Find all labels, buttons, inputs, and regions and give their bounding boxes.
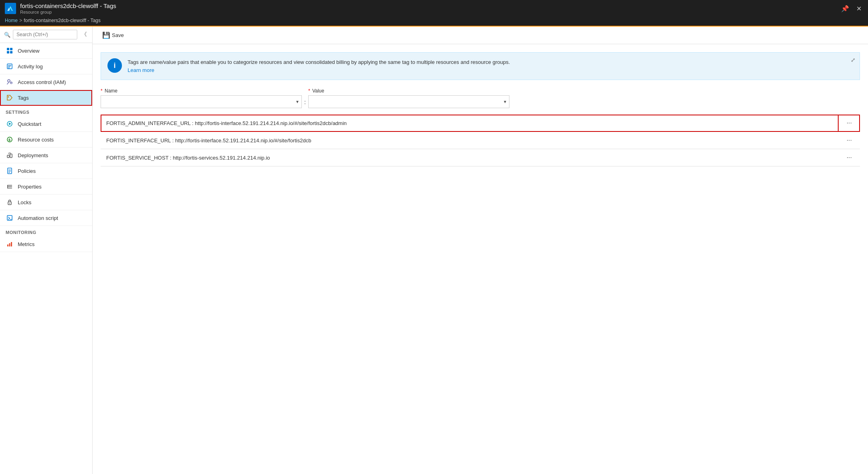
breadcrumb-current: fortis-containers2dcb-clewolff - Tags (24, 18, 101, 23)
info-banner-text: Tags are name/value pairs that enable yo… (128, 59, 510, 65)
main-content: 💾 Save i Tags are name/value pairs that … (93, 27, 868, 474)
tags-table: FORTIS_ADMIN_INTERFACE_URL : http://fort… (101, 115, 860, 166)
automation-icon (6, 214, 14, 222)
tag-key-cell: FORTIS_SERVICE_HOST : http://fortis-serv… (101, 149, 839, 166)
sidebar-item-label: Activity log (18, 64, 43, 70)
breadcrumb-home[interactable]: Home (5, 18, 18, 23)
sidebar-item-label: Properties (18, 184, 41, 190)
sidebar-item-metrics[interactable]: Metrics (0, 236, 92, 252)
tag-key: FORTIS_SERVICE_HOST : http://fortis-serv… (106, 155, 270, 161)
svg-rect-0 (5, 3, 16, 14)
sidebar-item-properties[interactable]: Properties (0, 179, 92, 195)
sidebar-nav: Overview Activity log (0, 43, 92, 474)
policies-icon (6, 167, 14, 175)
tag-row-actions-button[interactable]: ··· (844, 119, 854, 127)
save-button[interactable]: 💾 Save (99, 30, 127, 41)
sidebar-item-policies[interactable]: Policies (0, 163, 92, 179)
svg-rect-20 (10, 154, 12, 158)
svg-rect-9 (8, 66, 10, 67)
close-button[interactable]: ✕ (855, 3, 863, 14)
svg-point-11 (8, 80, 10, 82)
tag-actions-cell: ··· (839, 132, 860, 149)
top-bar: fortis-containers2dcb-clewolff - Tags Re… (0, 0, 868, 17)
sidebar-item-locks[interactable]: Locks (0, 195, 92, 210)
metrics-icon (6, 240, 14, 248)
svg-rect-29 (7, 185, 8, 189)
sidebar-item-activity-log[interactable]: Activity log (0, 59, 92, 74)
tag-key-cell: FORTIS_INTERFACE_URL : http://fortis-int… (101, 132, 839, 149)
activity-log-icon (6, 62, 14, 70)
name-select[interactable] (101, 95, 302, 108)
sidebar-item-resource-costs[interactable]: $ Resource costs (0, 132, 92, 148)
svg-rect-35 (9, 243, 10, 246)
svg-point-14 (8, 96, 9, 98)
tag-actions-cell: ··· (839, 115, 860, 132)
table-row: FORTIS_ADMIN_INTERFACE_URL : http://fort… (101, 115, 860, 132)
name-select-wrapper: ▾ (101, 95, 302, 108)
save-icon: 💾 (102, 31, 110, 39)
pin-button[interactable]: 📌 (839, 3, 851, 14)
value-select[interactable] (308, 95, 509, 108)
sidebar-item-label: Quickstart (18, 121, 41, 127)
properties-icon (6, 183, 14, 191)
sidebar-item-label: Access control (IAM) (18, 79, 66, 85)
sidebar: 🔍 《 Overview (0, 27, 93, 474)
learn-more-link[interactable]: Learn more (128, 67, 154, 73)
collapse-sidebar-button[interactable]: 《 (80, 30, 89, 39)
svg-marker-16 (9, 123, 11, 125)
search-icon: 🔍 (4, 32, 10, 38)
sidebar-item-label: Overview (18, 48, 39, 54)
content-area: i Tags are name/value pairs that enable … (93, 44, 868, 474)
sidebar-item-tags[interactable]: Tags (0, 90, 92, 106)
svg-rect-27 (7, 187, 12, 187)
value-select-wrapper: ▾ (308, 95, 509, 108)
svg-rect-23 (8, 170, 11, 170)
svg-rect-13 (11, 83, 12, 84)
layout: 🔍 《 Overview (0, 27, 868, 474)
value-label: * Value (308, 88, 509, 94)
svg-rect-25 (8, 172, 10, 172)
info-icon: i (107, 58, 122, 73)
tag-key: FORTIS_ADMIN_INTERFACE_URL : http://fort… (106, 120, 347, 126)
top-bar-actions: 📌 ✕ (839, 3, 863, 14)
sidebar-item-label: Deployments (18, 152, 48, 158)
tag-row-actions-button[interactable]: ··· (844, 153, 854, 162)
save-label: Save (112, 32, 124, 38)
svg-rect-24 (8, 171, 11, 171)
svg-rect-3 (7, 48, 9, 50)
svg-point-31 (9, 203, 10, 204)
sidebar-item-iam[interactable]: Access control (IAM) (0, 74, 92, 90)
info-text: Tags are name/value pairs that enable yo… (128, 58, 510, 74)
sidebar-item-label: Metrics (18, 241, 35, 247)
tag-row-actions-button[interactable]: ··· (844, 136, 854, 145)
breadcrumb-separator: > (19, 18, 22, 23)
info-banner: i Tags are name/value pairs that enable … (101, 52, 860, 80)
tag-form-row: * Name ▾ : * Value (101, 88, 860, 108)
sidebar-item-label: Resource costs (18, 137, 54, 143)
quickstart-icon (6, 120, 14, 128)
window-title: fortis-containers2dcb-clewolff - Tags (20, 2, 116, 9)
locks-icon (6, 198, 14, 206)
sidebar-item-deployments[interactable]: Deployments (0, 148, 92, 163)
search-input[interactable] (13, 30, 77, 39)
svg-rect-8 (8, 65, 11, 66)
sidebar-item-automation-script[interactable]: Automation script (0, 210, 92, 226)
tag-key: FORTIS_INTERFACE_URL : http://fortis-int… (106, 137, 311, 144)
form-colon-separator: : (302, 99, 308, 108)
table-row: FORTIS_INTERFACE_URL : http://fortis-int… (101, 132, 860, 149)
title-block: fortis-containers2dcb-clewolff - Tags Re… (20, 2, 116, 14)
svg-rect-10 (8, 68, 10, 68)
info-expand-button[interactable]: ⤢ (851, 57, 856, 63)
sidebar-item-quickstart[interactable]: Quickstart (0, 116, 92, 132)
tags-icon (6, 94, 14, 102)
svg-rect-5 (7, 51, 9, 53)
deployments-icon (6, 151, 14, 159)
sidebar-item-overview[interactable]: Overview (0, 43, 92, 59)
svg-rect-28 (7, 188, 12, 189)
svg-rect-34 (7, 244, 8, 246)
svg-rect-19 (7, 155, 9, 158)
monitoring-section-label: MONITORING (0, 226, 92, 236)
tag-key-cell: FORTIS_ADMIN_INTERFACE_URL : http://fort… (101, 115, 839, 132)
svg-rect-33 (10, 219, 12, 220)
breadcrumb: Home > fortis-containers2dcb-clewolff - … (0, 17, 868, 27)
